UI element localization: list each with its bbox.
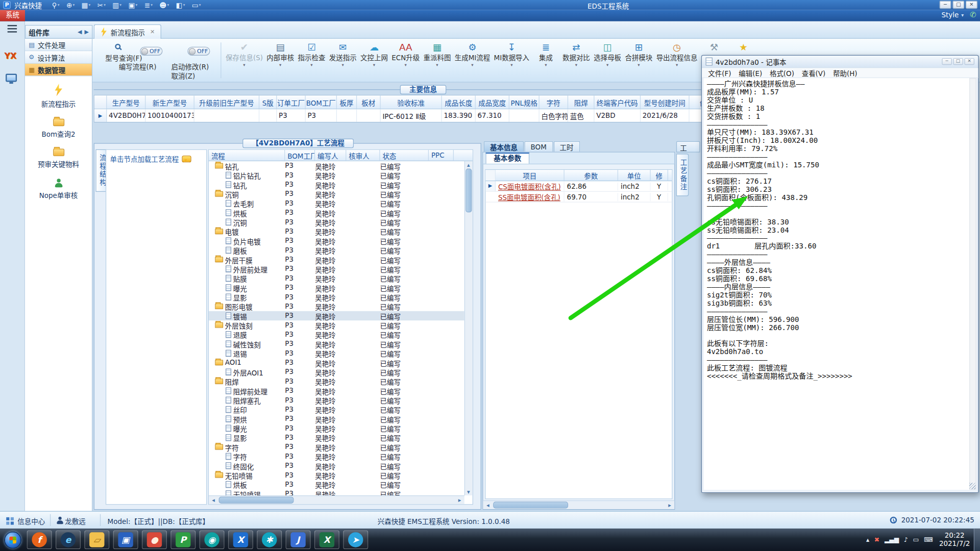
node-icon[interactable]: [215, 322, 223, 328]
user-icon[interactable]: ☻: [159, 1, 169, 10]
ribbon-button[interactable]: ☁ 文控上网 ▾: [358, 42, 389, 67]
tray-input-icon[interactable]: ⌨: [924, 536, 933, 544]
tree-row[interactable]: 显影 P3 吴艳玲 已编写: [209, 433, 464, 442]
taskbar-app[interactable]: P: [170, 531, 195, 549]
dropdown-caret-icon[interactable]: ▾: [405, 62, 407, 67]
system-tab[interactable]: 系统: [0, 10, 25, 21]
node-icon[interactable]: [226, 453, 231, 460]
ribbon-button[interactable]: ⇄ 数据对比 ▾: [560, 42, 592, 67]
tree-row[interactable]: 图形电镀 P3 吴艳玲 已编写: [209, 302, 464, 311]
taskbar-app[interactable]: ▣: [113, 531, 138, 549]
maximize-button[interactable]: □: [953, 58, 963, 65]
taskbar-app[interactable]: ◉: [200, 531, 225, 549]
taskbar-app[interactable]: X: [228, 531, 253, 549]
tab-partial[interactable]: 工: [676, 141, 700, 153]
parameter-row[interactable]: SS面电镀面积(含孔) 69.70 inch2 Y: [485, 192, 672, 203]
start-modify-button[interactable]: 启动修改(R): [172, 61, 209, 71]
taskbar-app[interactable]: X: [314, 531, 339, 549]
dropdown-caret-icon[interactable]: ▾: [243, 62, 245, 67]
tree-row[interactable]: 阻焊 P3 吴艳玲 已编写: [209, 377, 464, 386]
sidebar-item[interactable]: Bom查询2: [41, 119, 75, 139]
node-icon[interactable]: [215, 360, 223, 365]
notepad-menu-item[interactable]: 查看(V): [798, 68, 829, 78]
globe-icon[interactable]: ⊕: [66, 1, 75, 10]
tree-row[interactable]: 终固化 P3 吴艳玲 已编写: [209, 461, 464, 470]
node-icon[interactable]: [226, 209, 231, 216]
column-header[interactable]: 编写人: [315, 150, 346, 161]
scroll-up-icon[interactable]: ▲: [465, 161, 472, 168]
sidebar-group[interactable]: ▤ 文件处理: [25, 39, 92, 51]
tab-close-icon[interactable]: ✕: [150, 29, 155, 35]
ribbon-button[interactable]: ✔ 保存信息(S) ▾: [224, 42, 264, 67]
tree-row[interactable]: 无铅喷锡 P3 吴艳玲 已编写: [209, 470, 464, 480]
tree-row[interactable]: 曝光 P3 吴艳玲 已编写: [209, 423, 464, 433]
scroll-left-icon[interactable]: ◀: [210, 496, 216, 503]
node-icon[interactable]: [226, 294, 231, 300]
start-button[interactable]: [5, 531, 21, 548]
dropdown-caret-icon[interactable]: ▾: [436, 62, 438, 67]
ribbon-button[interactable]: ↧ MI数据导入 ▾: [492, 42, 531, 67]
tree-row[interactable]: 去毛刺 P3 吴艳玲 已编写: [209, 198, 464, 208]
nav-back-icon[interactable]: ◀: [78, 29, 82, 35]
ribbon-button[interactable]: ⚙ 生成MI流程 ▾: [453, 42, 492, 67]
row-selector[interactable]: ▶: [94, 109, 107, 121]
node-icon[interactable]: [226, 219, 231, 226]
column-header[interactable]: 参数: [565, 170, 618, 181]
node-icon[interactable]: [215, 304, 223, 309]
show-desktop-button[interactable]: [974, 529, 980, 551]
column-header[interactable]: 流程: [209, 150, 285, 161]
dropdown-caret-icon[interactable]: ▾: [575, 62, 577, 67]
cell-item-name[interactable]: CS面电镀面积(含孔): [496, 181, 565, 191]
ribbon-button[interactable]: AA ECN升级 ▾: [390, 42, 422, 67]
tab-new-process-instruction[interactable]: 新流程指示 ✕: [94, 24, 161, 39]
node-icon[interactable]: [226, 406, 231, 413]
tree-row[interactable]: 外层前处理 P3 吴艳玲 已编写: [209, 264, 464, 273]
dropdown-caret-icon[interactable]: ▾: [638, 62, 640, 67]
tree-row[interactable]: 沉铜 P3 吴艳玲 已编写: [209, 189, 464, 198]
node-icon[interactable]: [226, 415, 231, 422]
close-icon[interactable]: ✕: [966, 1, 977, 9]
write-process-toggle[interactable]: OFF: [140, 47, 162, 56]
dropdown-caret-icon[interactable]: ▾: [373, 62, 375, 67]
detail-tab[interactable]: BOM: [524, 141, 553, 152]
column-header[interactable]: PPC: [429, 150, 454, 161]
maximize-icon[interactable]: □: [952, 1, 964, 9]
tray-battery-icon[interactable]: ▭: [913, 536, 919, 544]
sidebar-item[interactable]: 预审关键物料: [38, 148, 79, 168]
tree-row[interactable]: 磨板 P3 吴艳玲 已编写: [209, 245, 464, 255]
sidebar-item[interactable]: 新流程指示: [41, 84, 76, 109]
column-header[interactable]: 型号创建时间: [641, 95, 690, 109]
node-icon[interactable]: [215, 229, 223, 234]
tree-row[interactable]: 丝印 P3 吴艳玲 已编写: [209, 405, 464, 414]
dropdown-caret-icon[interactable]: ▾: [510, 62, 512, 67]
tray-volume-icon[interactable]: ♪: [904, 536, 908, 544]
dropdown-caret-icon[interactable]: ▾: [279, 62, 281, 67]
node-icon[interactable]: [226, 237, 231, 244]
copy-icon[interactable]: ▣: [128, 1, 137, 10]
tree-row[interactable]: 铝片钻孔 P3 吴艳玲 已编写: [209, 170, 464, 180]
tree-row[interactable]: 钻孔 P3 吴艳玲 已编写: [209, 180, 464, 189]
tree-row[interactable]: 外层干膜 P3 吴艳玲 已编写: [209, 255, 464, 264]
node-icon[interactable]: [215, 379, 223, 384]
menu-list-icon[interactable]: ≣: [144, 1, 153, 10]
tray-network-icon[interactable]: ▂▄▆: [885, 536, 899, 544]
tree-row[interactable]: 阻焊塞孔 P3 吴艳玲 已编写: [209, 395, 464, 405]
node-icon[interactable]: [226, 340, 231, 347]
ribbon-button[interactable]: ◫ 选择母板 ▾: [592, 42, 623, 67]
node-icon[interactable]: [226, 387, 231, 394]
dropdown-caret-icon[interactable]: ▾: [676, 62, 678, 67]
tree-row[interactable]: 沉铜 P3 吴艳玲 已编写: [209, 217, 464, 227]
node-icon[interactable]: [226, 275, 231, 282]
tree-row[interactable]: 预烘 P3 吴艳玲 已编写: [209, 414, 464, 423]
nav-forward-icon[interactable]: ▶: [84, 29, 88, 35]
taskbar-app[interactable]: ➤: [343, 531, 368, 549]
scrollbar-thumb[interactable]: [219, 496, 294, 503]
search-icon[interactable]: ⚲: [52, 1, 60, 10]
tray-alert-icon[interactable]: ✖: [874, 536, 879, 544]
taskbar-app[interactable]: e: [56, 531, 81, 549]
taskbar-app[interactable]: f: [27, 531, 52, 549]
column-header[interactable]: 阻焊: [568, 95, 594, 109]
node-icon[interactable]: [226, 397, 231, 404]
column-header[interactable]: 字符: [540, 95, 568, 109]
taskbar-app[interactable]: J: [286, 531, 311, 549]
